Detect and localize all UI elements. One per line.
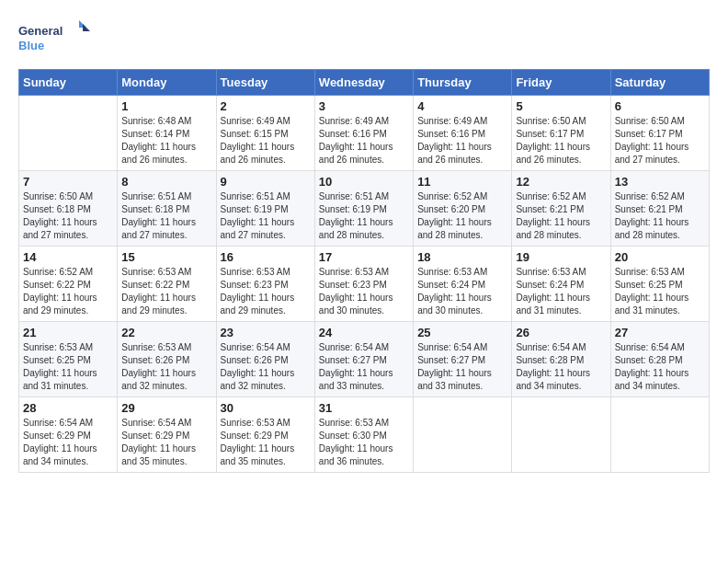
day-number: 9 [221,175,311,189]
day-info: Sunrise: 6:53 AM Sunset: 6:30 PM Dayligh… [319,417,409,468]
day-number: 5 [516,99,606,113]
header-sunday: Sunday [19,70,118,96]
svg-text:Blue: Blue [18,39,44,52]
day-info: Sunrise: 6:49 AM Sunset: 6:15 PM Dayligh… [221,115,311,167]
day-number: 26 [516,326,606,339]
calendar-cell: 2Sunrise: 6:49 AM Sunset: 6:15 PM Daylig… [216,96,314,171]
header-saturday: Saturday [610,70,709,96]
day-number: 31 [319,401,409,415]
calendar-cell: 6Sunrise: 6:50 AM Sunset: 6:17 PM Daylig… [610,96,709,171]
calendar-cell: 24Sunrise: 6:54 AM Sunset: 6:27 PM Dayli… [314,322,413,397]
day-number: 29 [121,401,211,415]
calendar-cell: 27Sunrise: 6:54 AM Sunset: 6:28 PM Dayli… [610,322,709,397]
calendar-cell: 18Sunrise: 6:53 AM Sunset: 6:24 PM Dayli… [414,247,512,322]
day-info: Sunrise: 6:53 AM Sunset: 6:29 PM Dayligh… [221,417,311,468]
calendar-cell: 21Sunrise: 6:53 AM Sunset: 6:25 PM Dayli… [19,322,118,397]
calendar-cell [414,397,512,473]
day-number: 24 [319,326,409,339]
day-number: 21 [23,326,113,339]
day-info: Sunrise: 6:52 AM Sunset: 6:21 PM Dayligh… [516,190,606,242]
calendar-cell: 31Sunrise: 6:53 AM Sunset: 6:30 PM Dayli… [314,397,413,473]
day-number: 13 [615,175,705,189]
day-number: 1 [121,99,211,113]
calendar-cell: 20Sunrise: 6:53 AM Sunset: 6:25 PM Dayli… [610,247,709,322]
calendar-cell: 30Sunrise: 6:53 AM Sunset: 6:29 PM Dayli… [216,397,314,473]
calendar-cell: 4Sunrise: 6:49 AM Sunset: 6:16 PM Daylig… [414,96,512,171]
day-info: Sunrise: 6:54 AM Sunset: 6:28 PM Dayligh… [615,341,705,393]
day-info: Sunrise: 6:49 AM Sunset: 6:16 PM Dayligh… [417,115,507,167]
day-number: 14 [23,250,113,264]
day-number: 16 [221,250,311,264]
logo-svg: General Blue [18,18,92,60]
day-info: Sunrise: 6:54 AM Sunset: 6:29 PM Dayligh… [121,417,211,468]
calendar-cell: 28Sunrise: 6:54 AM Sunset: 6:29 PM Dayli… [19,397,118,473]
calendar-cell: 13Sunrise: 6:52 AM Sunset: 6:21 PM Dayli… [610,171,709,247]
day-number: 28 [23,401,113,415]
svg-text:General: General [18,24,63,38]
day-info: Sunrise: 6:53 AM Sunset: 6:26 PM Dayligh… [121,341,211,393]
day-info: Sunrise: 6:50 AM Sunset: 6:17 PM Dayligh… [516,115,606,167]
day-info: Sunrise: 6:53 AM Sunset: 6:23 PM Dayligh… [221,266,311,317]
day-info: Sunrise: 6:52 AM Sunset: 6:22 PM Dayligh… [23,266,113,317]
calendar-week-row: 28Sunrise: 6:54 AM Sunset: 6:29 PM Dayli… [19,397,710,473]
day-info: Sunrise: 6:52 AM Sunset: 6:21 PM Dayligh… [615,190,705,242]
day-number: 20 [615,250,705,264]
day-number: 12 [516,175,606,189]
day-info: Sunrise: 6:53 AM Sunset: 6:22 PM Dayligh… [121,266,211,317]
day-number: 7 [23,175,113,189]
day-info: Sunrise: 6:53 AM Sunset: 6:25 PM Dayligh… [615,266,705,317]
day-number: 6 [615,99,705,113]
calendar-cell: 14Sunrise: 6:52 AM Sunset: 6:22 PM Dayli… [19,247,118,322]
day-info: Sunrise: 6:53 AM Sunset: 6:23 PM Dayligh… [319,266,409,317]
calendar-cell [610,397,709,473]
calendar-cell: 22Sunrise: 6:53 AM Sunset: 6:26 PM Dayli… [118,322,216,397]
day-info: Sunrise: 6:53 AM Sunset: 6:25 PM Dayligh… [23,341,113,393]
day-info: Sunrise: 6:53 AM Sunset: 6:24 PM Dayligh… [516,266,606,317]
day-number: 30 [221,401,311,415]
calendar-cell: 17Sunrise: 6:53 AM Sunset: 6:23 PM Dayli… [314,247,413,322]
calendar-cell: 8Sunrise: 6:51 AM Sunset: 6:18 PM Daylig… [118,171,216,247]
header-thursday: Thursday [414,70,512,96]
day-number: 3 [319,99,409,113]
day-info: Sunrise: 6:48 AM Sunset: 6:14 PM Dayligh… [121,115,211,167]
day-number: 4 [417,99,507,113]
day-info: Sunrise: 6:50 AM Sunset: 6:17 PM Dayligh… [615,115,705,167]
day-number: 10 [319,175,409,189]
calendar-cell [19,96,118,171]
day-number: 17 [319,250,409,264]
calendar-cell: 23Sunrise: 6:54 AM Sunset: 6:26 PM Dayli… [216,322,314,397]
calendar-week-row: 21Sunrise: 6:53 AM Sunset: 6:25 PM Dayli… [19,322,710,397]
day-info: Sunrise: 6:53 AM Sunset: 6:24 PM Dayligh… [417,266,507,317]
day-number: 8 [121,175,211,189]
day-number: 2 [221,99,311,113]
day-number: 11 [417,175,507,189]
day-info: Sunrise: 6:54 AM Sunset: 6:28 PM Dayligh… [516,341,606,393]
day-number: 15 [121,250,211,264]
calendar-cell [512,397,610,473]
day-info: Sunrise: 6:51 AM Sunset: 6:19 PM Dayligh… [221,190,311,242]
day-info: Sunrise: 6:54 AM Sunset: 6:26 PM Dayligh… [221,341,311,393]
calendar-cell: 3Sunrise: 6:49 AM Sunset: 6:16 PM Daylig… [314,96,413,171]
calendar-week-row: 7Sunrise: 6:50 AM Sunset: 6:18 PM Daylig… [19,171,710,247]
header-wednesday: Wednesday [314,70,413,96]
day-number: 22 [121,326,211,339]
calendar-table: SundayMondayTuesdayWednesdayThursdayFrid… [18,69,710,473]
logo: General Blue [18,18,92,60]
calendar-cell: 7Sunrise: 6:50 AM Sunset: 6:18 PM Daylig… [19,171,118,247]
calendar-cell: 15Sunrise: 6:53 AM Sunset: 6:22 PM Dayli… [118,247,216,322]
day-number: 25 [417,326,507,339]
calendar-cell: 29Sunrise: 6:54 AM Sunset: 6:29 PM Dayli… [118,397,216,473]
header-friday: Friday [512,70,610,96]
day-info: Sunrise: 6:49 AM Sunset: 6:16 PM Dayligh… [319,115,409,167]
calendar-week-row: 14Sunrise: 6:52 AM Sunset: 6:22 PM Dayli… [19,247,710,322]
header-monday: Monday [118,70,216,96]
day-number: 18 [417,250,507,264]
day-info: Sunrise: 6:54 AM Sunset: 6:27 PM Dayligh… [319,341,409,393]
page-header: General Blue [18,18,710,60]
day-number: 27 [615,326,705,339]
day-info: Sunrise: 6:51 AM Sunset: 6:18 PM Dayligh… [121,190,211,242]
calendar-cell: 5Sunrise: 6:50 AM Sunset: 6:17 PM Daylig… [512,96,610,171]
day-info: Sunrise: 6:54 AM Sunset: 6:27 PM Dayligh… [417,341,507,393]
header-tuesday: Tuesday [216,70,314,96]
calendar-cell: 11Sunrise: 6:52 AM Sunset: 6:20 PM Dayli… [414,171,512,247]
